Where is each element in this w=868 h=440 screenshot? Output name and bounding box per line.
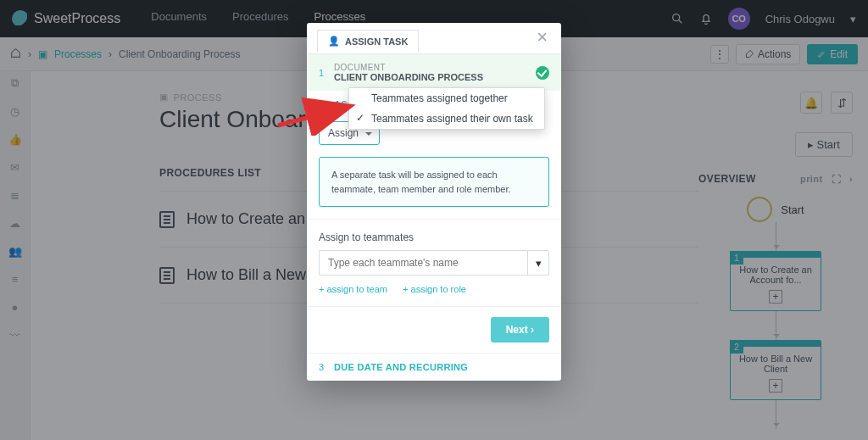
assign-to-role-link[interactable]: + assign to role bbox=[403, 284, 466, 294]
assign-note: A separate task will be assigned to each… bbox=[319, 157, 549, 207]
teammates-body: Assign to teammates ▾ + assign to team +… bbox=[307, 220, 561, 307]
assign-task-modal: 👤 ASSIGN TASK × 1 DOCUMENT CLIENT ONBOAR… bbox=[307, 23, 561, 381]
step-label: DUE DATE AND RECURRING bbox=[334, 362, 468, 372]
teammate-input[interactable] bbox=[319, 250, 527, 276]
modal-tab-header: 👤 ASSIGN TASK × bbox=[307, 23, 561, 54]
modal-footer: Next › bbox=[307, 307, 561, 353]
step-document[interactable]: 1 DOCUMENT CLIENT ONBOARDING PROCESS bbox=[307, 54, 561, 91]
check-icon bbox=[536, 66, 549, 80]
step-label: DOCUMENT bbox=[334, 63, 483, 72]
teammate-combobox[interactable]: ▾ bbox=[319, 250, 549, 276]
tab-assign-task[interactable]: 👤 ASSIGN TASK bbox=[317, 30, 419, 52]
step-due-date[interactable]: 3 DUE DATE AND RECURRING bbox=[307, 353, 561, 381]
option-own-task[interactable]: Teammates assigned their own task bbox=[349, 109, 544, 129]
person-icon: 👤 bbox=[328, 36, 340, 47]
step-value: CLIENT ONBOARDING PROCESS bbox=[334, 72, 483, 82]
close-button[interactable]: × bbox=[533, 28, 551, 53]
next-button[interactable]: Next › bbox=[491, 317, 549, 343]
option-together[interactable]: Teammates assigned together bbox=[349, 88, 544, 109]
assign-to-team-link[interactable]: + assign to team bbox=[319, 284, 387, 294]
teammate-dropdown-toggle[interactable]: ▾ bbox=[527, 250, 549, 276]
assign-mode-options: Teammates assigned together Teammates as… bbox=[348, 87, 545, 130]
assignees-body: Assign A separate task will be assigned … bbox=[307, 118, 561, 220]
assign-teammates-label: Assign to teammates bbox=[319, 231, 549, 243]
